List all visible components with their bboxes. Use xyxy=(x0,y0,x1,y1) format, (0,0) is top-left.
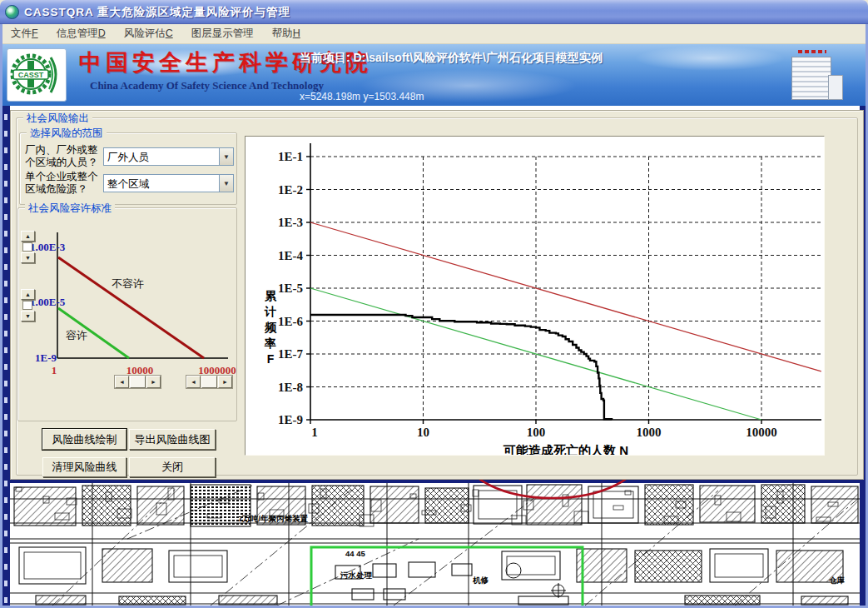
criteria-n1-scrollbar[interactable]: ◄ ► xyxy=(114,375,161,389)
criteria-line-0 xyxy=(58,257,204,358)
y-axis-title-char: F xyxy=(267,352,275,366)
cloud-decor xyxy=(635,46,785,71)
group-title: 社会风险输出 xyxy=(23,112,92,126)
x-tick-label: 10000 xyxy=(746,426,777,439)
close-button[interactable]: 关闭 xyxy=(129,457,216,477)
building-sign xyxy=(798,50,826,53)
title-bar: CASSTQRA 重大危险源区域定量风险评价与管理 xyxy=(0,0,868,24)
series-lower-criteria xyxy=(310,288,761,420)
brand-subtitle: China Academy Of Safety Science And Tech… xyxy=(90,79,324,92)
building-wing xyxy=(828,75,843,100)
y-tick-label: 1E-9 xyxy=(278,413,303,426)
casst-logo: CASST xyxy=(7,48,67,102)
building-photo xyxy=(776,47,848,103)
scroll-right-icon[interactable]: ► xyxy=(218,376,232,388)
menu-item-file[interactable]: 文件F xyxy=(11,27,38,41)
cursor-coordinates: x=5248.198m y=1503.448m xyxy=(300,91,424,102)
fn-chart-panel: 1E-11E-21E-31E-41E-51E-61E-71E-81E-91101… xyxy=(245,136,825,456)
lower-criteria-up-button[interactable]: ▲ xyxy=(21,289,35,300)
y-tick-label: 1E-3 xyxy=(278,216,303,229)
casst-emblem: CASST xyxy=(7,49,66,101)
x-tick-label: 1000 xyxy=(637,426,662,439)
map-label: 7万吨/年聚丙烯装置 xyxy=(238,514,308,523)
series-fn-curve xyxy=(310,315,612,420)
group-risk-scope: 选择风险的范围 厂内、厂外或整个区域的人员？ 厂外人员 ▼ 单个企业或整个区域危… xyxy=(19,132,237,205)
x-tick-label: 100 xyxy=(527,426,546,439)
app-icon xyxy=(5,5,19,19)
y-tick-label: 1E-2 xyxy=(278,183,303,197)
menu-item-risk-assessment[interactable]: 风险评估C xyxy=(124,27,173,41)
y-tick-label: 1E-9 xyxy=(35,351,57,364)
svg-text:CASST: CASST xyxy=(18,71,44,79)
y-axis-title-char: 频 xyxy=(264,321,277,334)
criteria-n2-scrollbar[interactable]: ◄ ► xyxy=(186,375,233,389)
map-label: 污水处理 xyxy=(340,571,373,580)
combo-source-scope[interactable]: 整个区域 ▼ xyxy=(103,174,234,192)
y-tick-label: 1E-5 xyxy=(278,282,303,295)
map-label: 44 45 xyxy=(345,549,365,558)
x-axis-title: 可能造成死亡的人数 N xyxy=(503,443,628,455)
y-tick-label: 1E-6 xyxy=(278,315,304,328)
app-window: CASSTQRA 重大危险源区域定量风险评价与管理 文件F 信息管理D 风险评估… xyxy=(0,0,868,608)
combo-selected-value: 厂外人员 xyxy=(104,148,219,165)
y-tick-label: 1E-4 xyxy=(278,249,304,262)
y-axis-title-char: 计 xyxy=(264,305,276,318)
window-border-left xyxy=(0,24,2,608)
clear-risk-curve-button[interactable]: 清理风险曲线 xyxy=(42,457,126,477)
series-upper-criteria xyxy=(310,222,821,371)
window-title: CASSTQRA 重大危险源区域定量风险评价与管理 xyxy=(24,5,290,20)
combo-personnel-scope[interactable]: 厂外人员 ▼ xyxy=(103,147,234,166)
lower-criteria-down-button[interactable]: ▼ xyxy=(21,311,35,321)
building-tower xyxy=(791,57,831,100)
upper-criteria-down-button[interactable]: ▼ xyxy=(21,252,35,263)
upper-criteria-value-box[interactable] xyxy=(22,242,32,252)
line-label-unacceptable: 不容许 xyxy=(112,277,144,290)
y-tick-label: 1E-7 xyxy=(278,347,304,361)
scroll-right-icon[interactable]: ► xyxy=(146,376,161,388)
group-title: 选择风险的范围 xyxy=(27,127,107,141)
line-label-acceptable: 容许 xyxy=(66,329,87,341)
menu-bar: 文件F 信息管理D 风险评估C 图层显示管理 帮助H xyxy=(2,24,866,44)
scroll-left-icon[interactable]: ◄ xyxy=(186,376,201,388)
y-tick-label: 1.00E-3 xyxy=(30,241,66,253)
chevron-down-icon[interactable]: ▼ xyxy=(219,175,233,192)
scroll-thumb[interactable] xyxy=(201,376,217,388)
source-scope-label: 单个企业或整个区域危险源？ xyxy=(25,171,105,196)
x-tick-label: 10 xyxy=(417,426,429,439)
header-banner: CASST 中国安全生产科学研究院 China Academy Of Safet… xyxy=(2,44,866,106)
fn-chart: 1E-11E-21E-31E-41E-51E-61E-71E-81E-91101… xyxy=(246,137,824,455)
current-project-label: 当前项目: D:\sailsoft\风险评价软件\广州石化项目模型实例 xyxy=(300,51,603,66)
menu-item-help[interactable]: 帮助H xyxy=(272,27,300,41)
personnel-scope-label: 厂内、厂外或整个区域的人员？ xyxy=(25,144,105,169)
y-tick-label: 1E-8 xyxy=(278,381,303,394)
upper-criteria-up-button[interactable]: ▲ xyxy=(21,231,35,242)
combo-selected-value: 整个区域 xyxy=(104,175,219,192)
x-tick-label: 1 xyxy=(311,426,318,439)
menu-item-layer-display[interactable]: 图层显示管理 xyxy=(191,27,254,41)
map-label: 仓库 xyxy=(828,576,846,585)
map-label: 机修 xyxy=(472,576,489,585)
y-axis-title-char: 累 xyxy=(264,289,277,302)
scroll-left-icon[interactable]: ◄ xyxy=(115,376,129,388)
draw-risk-curve-button[interactable]: 风险曲线绘制 xyxy=(42,429,126,450)
x-tick-label: 1 xyxy=(52,364,57,376)
chevron-down-icon[interactable]: ▼ xyxy=(219,148,233,165)
group-criteria: 社会风险容许标准 不容许容许1.00E-31.00E-51E-911000010… xyxy=(17,207,237,421)
y-axis-title-char: 率 xyxy=(264,336,276,350)
social-risk-dialog: 社会风险输出 选择风险的范围 厂内、厂外或整个区域的人员？ 厂外人员 ▼ 单个企… xyxy=(10,110,864,480)
menu-item-info-management[interactable]: 信息管理D xyxy=(57,27,106,41)
export-risk-curve-button[interactable]: 导出风险曲线图 xyxy=(129,429,216,450)
y-tick-label: 1E-1 xyxy=(278,150,303,163)
scroll-thumb[interactable] xyxy=(130,376,146,388)
workspace: 7万吨/年聚丙烯装置44 45污水处理机修仓库 社会风险输出 选择风险的范围 厂… xyxy=(2,106,866,606)
y-tick-label: 1.00E-5 xyxy=(30,296,66,308)
lower-criteria-value-box[interactable] xyxy=(22,301,32,310)
